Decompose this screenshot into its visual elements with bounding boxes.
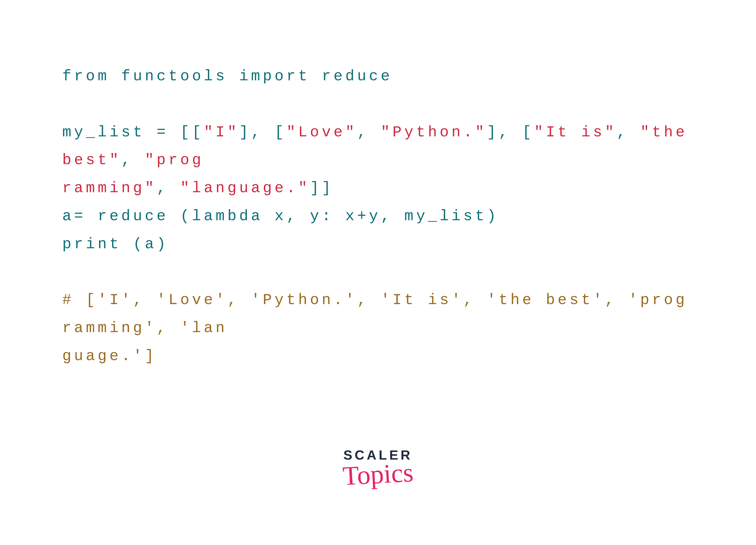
code-token: ], [ xyxy=(239,124,286,141)
code-token: "It is" xyxy=(534,124,617,141)
code-line: my_list = [["I"], ["Love", "Python."], [… xyxy=(62,118,694,174)
code-token: # ['I', 'Love', 'Python.', 'It is', 'the… xyxy=(62,292,687,337)
brand-subtitle: Topics xyxy=(342,461,414,488)
code-token: "I" xyxy=(204,124,239,141)
page: from functools import reducemy_list = [[… xyxy=(0,0,756,545)
code-token: "Python." xyxy=(381,124,487,141)
code-token: "Love" xyxy=(286,124,357,141)
code-token: my_list = [[ xyxy=(62,124,204,141)
brand-logo: SCALER Topics xyxy=(343,449,413,487)
code-token: , xyxy=(357,124,381,141)
code-token: print (a) xyxy=(62,235,168,253)
code-line: # ['I', 'Love', 'Python.', 'It is', 'the… xyxy=(62,286,694,342)
code-token: ], [ xyxy=(487,124,534,141)
code-line: ramming", "language."]] xyxy=(62,174,694,202)
code-token: guage.'] xyxy=(62,348,157,365)
blank-line xyxy=(62,90,694,118)
code-line: a= reduce (lambda x, y: x+y, my_list) xyxy=(62,202,694,230)
code-token: "language." xyxy=(180,179,310,197)
code-line: from functools import reduce xyxy=(62,62,694,90)
code-token: a= reduce (lambda x, y: x+y, my_list) xyxy=(62,207,499,225)
code-token: ramming" xyxy=(62,179,157,197)
code-token: ]] xyxy=(310,179,334,197)
code-line: guage.'] xyxy=(62,342,694,370)
code-token: , xyxy=(157,179,180,197)
code-token: from functools import reduce xyxy=(62,68,392,85)
code-token: "prog xyxy=(145,151,204,169)
code-block: from functools import reducemy_list = [[… xyxy=(62,62,694,370)
code-line: print (a) xyxy=(62,230,694,258)
blank-line xyxy=(62,258,694,286)
code-token: , xyxy=(121,151,145,169)
code-token: , xyxy=(617,124,640,141)
